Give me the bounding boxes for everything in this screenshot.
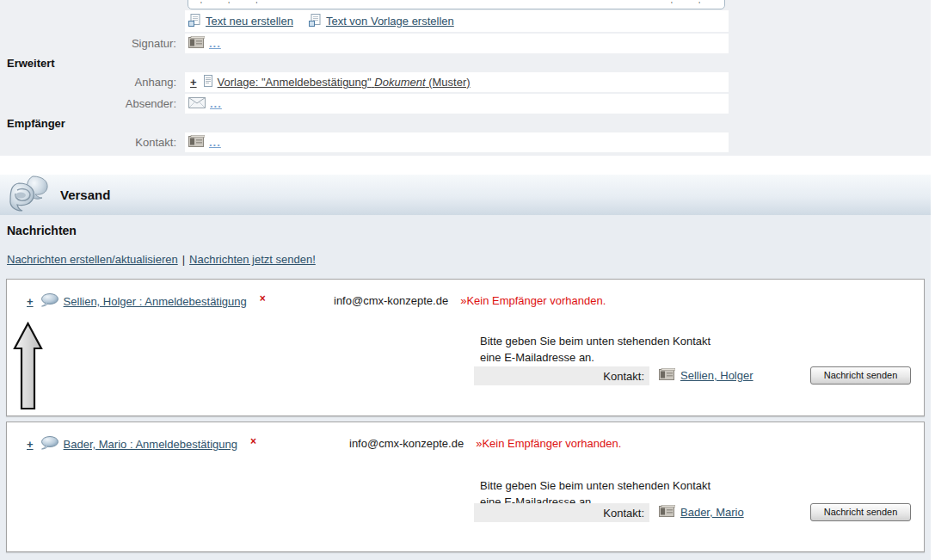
message-card: + Bader, Mario : Anmeldebestätigung × in… [6, 422, 925, 552]
absender-label: Absender: [0, 94, 185, 115]
message-form-section: ' ' ' ' ' Text neu erstellen [0, 0, 931, 156]
versand-swirl-icon [7, 175, 50, 215]
anhang-label: Anhang: [0, 72, 185, 94]
message-title-link[interactable]: Sellien, Holger : Anmeldebestätigung [64, 295, 247, 308]
kontakt-picker-link[interactable]: ... [209, 136, 221, 149]
form-row-text-actions: Text neu erstellen Text von Vorlage erst… [0, 10, 931, 34]
error-message: »Kein Empfänger vorhanden. [476, 437, 621, 450]
form-row-anhang: Anhang: + Vorlage: "Anmeldebestätigung" … [0, 72, 931, 94]
address-card-icon[interactable] [659, 368, 675, 383]
section-heading-empfaenger: Empfänger [0, 115, 931, 132]
card-kontakt-label: Kontakt: [603, 370, 644, 383]
cutoff-text-fragment: ' ' ' [200, 2, 269, 8]
delete-message-button[interactable]: × [260, 292, 266, 305]
speech-bubble-icon[interactable] [40, 436, 58, 452]
attachment-document-icon[interactable] [203, 75, 213, 89]
contact-link[interactable]: Sellien, Holger [680, 369, 754, 382]
envelope-icon[interactable] [188, 97, 206, 111]
versand-header: Versand [0, 175, 931, 215]
speech-bubble-icon[interactable] [40, 293, 58, 310]
versand-title: Versand [60, 188, 110, 202]
sender-email: info@cmx-konzepte.de [349, 437, 464, 450]
address-card-icon[interactable] [188, 135, 205, 150]
nachrichten-heading: Nachrichten [0, 224, 931, 237]
page: ' ' ' ' ' Text neu erstellen [0, 0, 935, 560]
annotation-arrow-up [13, 322, 44, 414]
form-row-signatur: Signatur: ... [0, 34, 931, 55]
form-row-cutoff: ' ' ' ' ' [0, 0, 931, 10]
contact-link[interactable]: Bader, Mario [680, 506, 744, 519]
absender-picker-link[interactable]: ... [210, 97, 222, 110]
message-title-link[interactable]: Bader, Mario : Anmeldebestätigung [64, 438, 237, 451]
create-update-messages-link[interactable]: Nachrichten erstellen/aktualisieren [7, 253, 178, 266]
kontakt-label: Kontakt: [0, 132, 185, 154]
send-message-button[interactable]: Nachricht senden [810, 503, 911, 521]
sender-email: info@cmx-konzepte.de [334, 294, 448, 307]
form-row-kontakt: Kontakt: ... [0, 132, 931, 154]
template-document-icon[interactable] [309, 14, 321, 29]
hint-line: Bitte geben Sie beim unten stehenden Kon… [480, 333, 710, 349]
form-row-absender: Absender: ... [0, 94, 931, 115]
error-message: »Kein Empfänger vorhanden. [460, 294, 606, 307]
delete-message-button[interactable]: × [250, 435, 256, 447]
message-card: + Sellien, Holger : [6, 279, 925, 416]
card-kontakt-label: Kontakt: [603, 507, 644, 520]
address-card-icon[interactable] [659, 505, 675, 520]
cutoff-editor-box[interactable]: ' ' ' ' ' [188, 0, 725, 9]
anhang-vorlage-suffix: (Muster) [428, 76, 470, 89]
address-card-icon[interactable] [188, 36, 205, 51]
new-document-icon[interactable] [188, 14, 200, 29]
section-heading-erweitert: Erweitert [0, 55, 931, 72]
create-text-link[interactable]: Text neu erstellen [206, 15, 293, 28]
send-messages-now-link[interactable]: Nachrichten jetzt senden! [189, 253, 316, 266]
anhang-expand-link[interactable]: + [188, 76, 199, 89]
link-separator: | [182, 253, 185, 266]
hint-line: eine E-Mailadresse an. [480, 349, 710, 366]
anhang-vorlage-link[interactable]: Vorlage: "Anmeldebestätigung" Dokument (… [218, 76, 471, 89]
send-message-button[interactable]: Nachricht senden [810, 366, 911, 385]
signatur-picker-link[interactable]: ... [209, 37, 221, 50]
signatur-label: Signatur: [0, 34, 185, 55]
cutoff-text-fragment: ' ' [671, 2, 712, 8]
nachrichten-action-links: Nachrichten erstellen/aktualisieren|Nach… [0, 253, 931, 266]
nachrichten-section: Nachrichten Nachrichten erstellen/aktual… [0, 215, 931, 560]
message-expand-link[interactable]: + [25, 295, 35, 308]
anhang-vorlage-type: Dokument [374, 76, 425, 89]
create-text-from-template-link[interactable]: Text von Vorlage erstellen [326, 15, 454, 28]
message-expand-link[interactable]: + [25, 438, 35, 451]
anhang-vorlage-text: Vorlage: "Anmeldebestätigung" [218, 76, 372, 89]
hint-line: Bitte geben Sie beim unten stehenden Kon… [480, 477, 710, 494]
spacer [0, 156, 935, 175]
